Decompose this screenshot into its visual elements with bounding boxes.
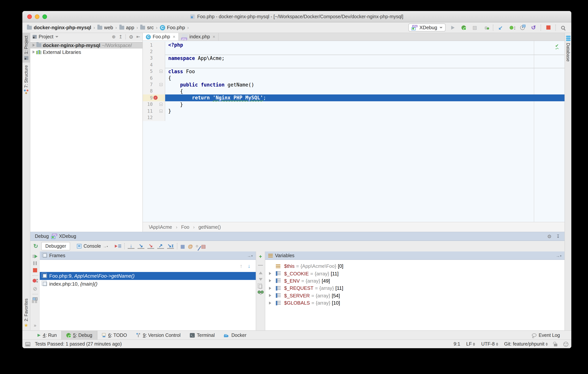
variable-row-this[interactable]: $this = {App\Acme\Foo} [0]	[265, 263, 565, 270]
show-execution-point-icon[interactable]	[115, 245, 121, 248]
run-with-coverage-button[interactable]: ▨	[471, 24, 479, 31]
expand-arrow-icon[interactable]	[269, 301, 271, 304]
fold-marker-icon[interactable]	[159, 70, 163, 73]
vcs-update-button[interactable]: ↙	[497, 24, 504, 31]
line-number[interactable]: 7	[143, 82, 153, 87]
code-line[interactable]: 10 }	[143, 101, 565, 108]
tree-row-external-libraries[interactable]: External Libraries	[30, 49, 142, 55]
zoom-window-button[interactable]	[42, 14, 47, 19]
frames-header[interactable]: Frames →▪	[40, 252, 256, 260]
rerun-icon[interactable]: ↻	[33, 243, 38, 250]
code-line[interactable]: 6 {	[143, 75, 565, 81]
expand-arrow-icon[interactable]	[32, 44, 35, 47]
stop-icon[interactable]	[33, 268, 37, 272]
line-number[interactable]: 3	[143, 55, 153, 61]
view-breakpoints-icon[interactable]	[32, 279, 38, 283]
force-step-into-icon[interactable]: ↘	[147, 243, 154, 249]
variable-row-server[interactable]: $_SERVER = {array} [54]	[265, 292, 565, 299]
line-number[interactable]: 9	[143, 95, 153, 100]
line-number[interactable]: 2	[143, 49, 153, 54]
status-message[interactable]: Tests Passed: 1 passed (27 minutes ago)	[35, 341, 122, 347]
stripe-button-favorites[interactable]: 2: Favorites ★	[22, 296, 30, 330]
breadcrumb-item-file[interactable]: Foo.php	[160, 25, 185, 30]
evaluate-expression-icon[interactable]: ▦	[180, 243, 185, 249]
step-out-icon[interactable]: ↗	[157, 243, 164, 249]
event-log-button[interactable]: Event Log	[532, 331, 571, 340]
close-window-button[interactable]	[27, 14, 32, 19]
toolwindow-button-debug[interactable]: 5: Debug	[61, 331, 97, 340]
line-number[interactable]: 10	[143, 102, 153, 107]
chevron-down-icon[interactable]	[55, 36, 58, 38]
toolwindow-toggle-icon[interactable]	[25, 342, 30, 346]
code-line-current-execution[interactable]: 9 return 'Nginx PHP MySQL';	[143, 94, 565, 101]
move-down-icon[interactable]	[259, 278, 262, 281]
hide-panel-icon[interactable]: ↧	[556, 234, 560, 239]
lock-icon[interactable]	[554, 343, 557, 346]
run-to-cursor-icon[interactable]: ↘ɪ	[167, 243, 174, 249]
variable-row-globals[interactable]: $GLOBALS = {array} [10]	[265, 299, 565, 307]
toolwindow-button-version-control[interactable]: 9: Version Control	[131, 331, 185, 340]
toolwindow-button-todo[interactable]: 6: TODO	[97, 331, 131, 340]
debug-header[interactable]: Debug XDebug ↧	[30, 232, 565, 241]
previous-frame-icon[interactable]: ↑	[240, 263, 242, 269]
mute-variables-icon[interactable]: @	[188, 243, 193, 249]
pause-icon[interactable]	[33, 261, 37, 265]
rollback-button[interactable]: ↺	[530, 24, 537, 31]
restore-layout-icon[interactable]: ▤	[201, 243, 206, 249]
recent-changes-button[interactable]	[519, 24, 526, 31]
debug-button[interactable]	[460, 24, 468, 31]
tab-console[interactable]: Console →▪	[73, 242, 112, 250]
expand-arrow-icon[interactable]	[32, 50, 35, 54]
breadcrumb-item-src[interactable]: src	[140, 25, 154, 30]
float-panel-icon[interactable]: →▪	[556, 253, 561, 258]
encoding-select[interactable]: UTF-8	[481, 341, 498, 347]
hide-panel-icon[interactable]: ⇤	[136, 34, 140, 39]
inline-values-toggle-icon[interactable]	[196, 245, 198, 247]
attach-debugger-button[interactable]: (((	[482, 24, 490, 31]
mute-breakpoints-icon[interactable]: ⊘	[33, 286, 37, 291]
code-line[interactable]: 11 }	[143, 108, 565, 114]
code-line[interactable]: 5 class Foo	[143, 68, 565, 75]
stripe-button-project[interactable]: 1: Project	[22, 33, 30, 62]
resume-icon[interactable]	[32, 254, 38, 258]
line-number[interactable]: 12	[143, 115, 153, 120]
code-line[interactable]: 3 namespace App\Acme;	[143, 55, 565, 62]
fold-marker-icon[interactable]	[159, 110, 163, 112]
variable-row-cookie[interactable]: $_COOKIE = {array} [11]	[265, 270, 565, 277]
caret-position[interactable]: 9:1	[454, 341, 460, 347]
code-line[interactable]: 2	[143, 48, 565, 55]
code-line[interactable]: 12	[143, 114, 565, 121]
fold-marker-icon[interactable]	[159, 83, 163, 86]
more-icon[interactable]: »	[34, 323, 36, 328]
expand-arrow-icon[interactable]	[269, 279, 271, 282]
expand-arrow-icon[interactable]	[269, 294, 271, 297]
toolwindow-button-docker[interactable]: Docker	[219, 331, 251, 340]
code-line[interactable]: 1 <?php	[143, 42, 565, 48]
close-tab-icon[interactable]	[212, 34, 215, 39]
editor-tab-foo-php[interactable]: Foo.php	[143, 33, 179, 41]
line-separator-select[interactable]: LF	[466, 341, 475, 347]
code-line[interactable]: 8 {	[143, 88, 565, 94]
add-watch-icon[interactable]: +	[259, 254, 262, 258]
step-into-icon[interactable]: ↘	[137, 243, 144, 249]
breadcrumb-namespace[interactable]: \App\Acme	[149, 224, 172, 230]
locate-icon[interactable]: ⊕	[112, 34, 116, 39]
run-button[interactable]	[449, 24, 457, 31]
stripe-button-database[interactable]: Database	[565, 33, 571, 64]
git-branch-select[interactable]: Git: feature/phpunit	[504, 341, 548, 347]
minimize-window-button[interactable]	[35, 14, 39, 19]
code-editor[interactable]: 1 <?php 2 3 namespace App\Acme;	[143, 41, 565, 222]
close-tab-icon[interactable]	[173, 34, 175, 39]
expand-arrow-icon[interactable]	[269, 272, 271, 275]
stop-button[interactable]	[545, 24, 552, 31]
run-configuration-select[interactable]: XDebug	[409, 23, 446, 32]
variables-header[interactable]: Variables →▪	[265, 252, 565, 260]
frame-row[interactable]: index.php:10, {main}()	[40, 280, 256, 288]
next-frame-icon[interactable]: ↓	[248, 263, 251, 269]
toolwindow-button-terminal[interactable]: Terminal	[185, 331, 219, 340]
line-number[interactable]: 1	[143, 42, 153, 48]
gear-icon[interactable]	[547, 234, 552, 239]
layout-settings-icon[interactable]	[32, 297, 38, 302]
step-over-icon[interactable]: ↓	[128, 243, 135, 249]
toolwindow-button-run[interactable]: 4: Run	[33, 331, 61, 340]
